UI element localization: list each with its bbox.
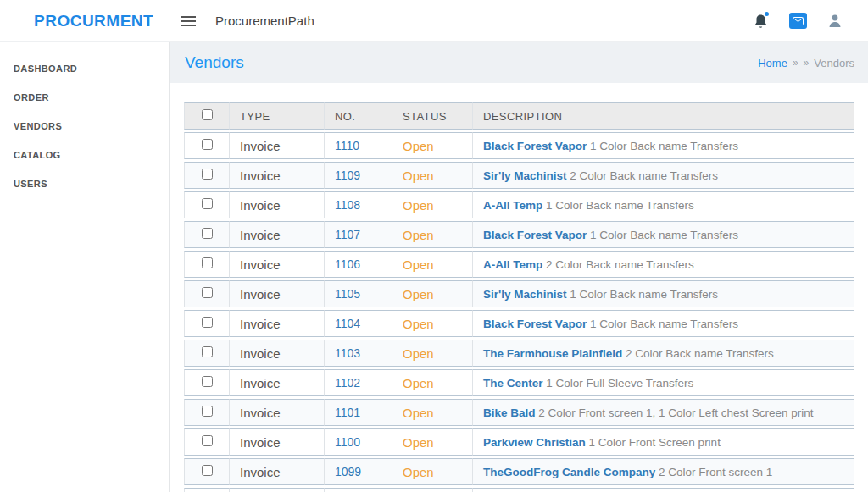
invoice-number-link[interactable]: 1103	[335, 346, 360, 360]
table-row: Invoice 1099 Open TheGoodFrog Candle Com…	[184, 458, 854, 485]
header-description: DESCRIPTION	[473, 102, 854, 130]
table-row: Invoice 1105 Open Sir'ly Machinist 1 Col…	[184, 280, 854, 307]
row-checkbox[interactable]	[202, 465, 213, 476]
row-type: Invoice	[230, 280, 325, 307]
mail-button	[789, 13, 807, 29]
row-description: TheGoodFrog Candle Company 2 Color Front…	[473, 458, 854, 485]
row-checkbox[interactable]	[202, 317, 213, 328]
vendor-name-link[interactable]: Black Forest Vapor	[483, 140, 587, 152]
app-window: PROCURMENT ProcurementPath	[0, 0, 868, 492]
sidebar-item-users[interactable]: USERS	[0, 169, 169, 198]
row-description: Sir'ly Machinist 1 Color Back name Trans…	[473, 280, 854, 307]
row-description-rest: 2 Color Back name Transfers	[567, 169, 719, 182]
row-type: Invoice	[230, 399, 325, 426]
row-description: Sir'ly Machinist 2 Color Back name Trans…	[473, 162, 854, 189]
table-row: Invoice 1106 Open A-All Temp 2 Color Bac…	[184, 251, 854, 278]
vendor-name-link[interactable]: The Farmhouse Plainfield	[483, 347, 622, 360]
breadcrumb-home-link[interactable]: Home	[758, 57, 787, 69]
row-type: Invoice	[230, 369, 325, 396]
header-no: NO.	[325, 102, 392, 130]
sidebar-item-vendors[interactable]: VENDORS	[0, 112, 169, 141]
row-description-rest: 1 Color Back name Transfers	[587, 318, 738, 330]
header-status: STATUS	[392, 102, 473, 130]
row-no-cell: 1103	[325, 340, 392, 367]
vendor-name-link[interactable]: A-All Temp	[483, 199, 542, 212]
topbar-icons	[751, 12, 844, 30]
row-no-cell: 1106	[325, 251, 392, 278]
invoice-number-link[interactable]: 1109	[335, 169, 360, 182]
select-all-checkbox[interactable]	[202, 109, 213, 120]
invoice-number-link[interactable]: 1110	[335, 139, 359, 152]
sidebar-item-order[interactable]: ORDER	[0, 83, 169, 112]
invoice-number-link[interactable]: 1102	[335, 376, 360, 390]
mail-icon[interactable]	[788, 12, 807, 30]
row-checkbox[interactable]	[202, 198, 213, 209]
bell-icon[interactable]	[751, 12, 770, 30]
row-no-cell: 1100	[325, 428, 392, 456]
row-checkbox[interactable]	[202, 228, 213, 239]
row-checkbox[interactable]	[202, 406, 213, 417]
row-description-rest: 1 Color Full Sleeve Transfers	[543, 377, 694, 390]
row-checkbox[interactable]	[202, 346, 213, 357]
row-status: Open	[392, 280, 473, 307]
vendor-name-link[interactable]: Sir'ly Machinist	[483, 169, 567, 182]
row-checkbox[interactable]	[202, 139, 213, 150]
row-select-cell	[184, 369, 230, 396]
row-type: Invoice	[230, 221, 325, 248]
table-row: Invoice 1104 Open Black Forest Vapor 1 C…	[184, 310, 854, 337]
user-icon[interactable]	[826, 12, 844, 30]
main-content: Vendors Home » » Vendors	[170, 42, 868, 492]
table-row: Invoice 1109 Open Sir'ly Machinist 2 Col…	[184, 162, 854, 189]
row-checkbox[interactable]	[202, 257, 213, 268]
breadcrumb-separator-2: »	[804, 57, 810, 69]
row-status: Open	[392, 251, 473, 278]
row-description: A-All Temp 1 Color Back name Transfers	[473, 191, 854, 218]
vendor-name-link[interactable]: Bike Bald	[483, 406, 536, 419]
row-description: A-All Temp 2 Color Back name Transfers	[473, 251, 854, 278]
row-checkbox[interactable]	[202, 169, 213, 180]
app-title: ProcurementPath	[215, 14, 314, 28]
row-status: Open	[392, 428, 473, 456]
invoice-number-link[interactable]: 1101	[335, 406, 360, 419]
row-type: Invoice	[230, 191, 325, 218]
invoice-number-link[interactable]: 1104	[335, 317, 360, 330]
header-type: TYPE	[230, 102, 325, 130]
menu-toggle-icon[interactable]	[181, 12, 203, 30]
row-no-cell: 1105	[325, 280, 392, 307]
vendor-name-link[interactable]: Sir'ly Machinist	[483, 288, 567, 301]
invoice-number-link[interactable]: 1107	[335, 228, 360, 241]
sidebar-item-dashboard[interactable]: DASHBOARD	[0, 54, 169, 83]
row-checkbox[interactable]	[202, 287, 213, 298]
row-no-cell: 1109	[325, 162, 392, 189]
row-checkbox[interactable]	[202, 435, 213, 446]
vendor-name-link[interactable]: TheGoodFrog Candle Company	[483, 466, 655, 478]
sidebar-item-catalog[interactable]: CATALOG	[0, 141, 169, 169]
row-no-cell: 1110	[325, 132, 392, 159]
row-no-cell: 1107	[325, 221, 392, 248]
row-type: Invoice	[230, 310, 325, 337]
invoice-number-link[interactable]: 1105	[335, 287, 360, 301]
vendor-name-link[interactable]: Black Forest Vapor	[483, 229, 587, 241]
row-select-cell	[184, 162, 230, 189]
invoice-number-link[interactable]: 1108	[335, 198, 360, 212]
vendor-name-link[interactable]: Parkview Christian	[483, 436, 586, 449]
invoice-number-link[interactable]: 1099	[335, 465, 361, 478]
select-all-cell	[184, 102, 230, 130]
row-select-cell	[184, 191, 230, 218]
main-layout: DASHBOARD ORDER VENDORS CATALOG USERS Ve…	[0, 42, 868, 492]
row-type: Invoice	[230, 162, 325, 189]
logo[interactable]: PROCURMENT	[34, 12, 153, 30]
row-status: Open	[392, 191, 473, 218]
vendor-name-link[interactable]: Black Forest Vapor	[483, 318, 587, 330]
row-checkbox[interactable]	[202, 376, 213, 387]
row-select-cell	[184, 221, 230, 248]
vendor-name-link[interactable]: The Center	[483, 377, 543, 390]
invoice-number-link[interactable]: 1100	[335, 435, 360, 449]
row-status: Open	[392, 132, 473, 159]
row-type: Invoice	[230, 340, 325, 367]
invoice-number-link[interactable]: 1106	[335, 257, 360, 271]
row-type: Invoice	[230, 132, 325, 159]
table-row: Invoice 1110 Open Black Forest Vapor 1 C…	[184, 132, 854, 159]
row-status: Open	[392, 458, 473, 485]
vendor-name-link[interactable]: A-All Temp	[483, 258, 542, 271]
